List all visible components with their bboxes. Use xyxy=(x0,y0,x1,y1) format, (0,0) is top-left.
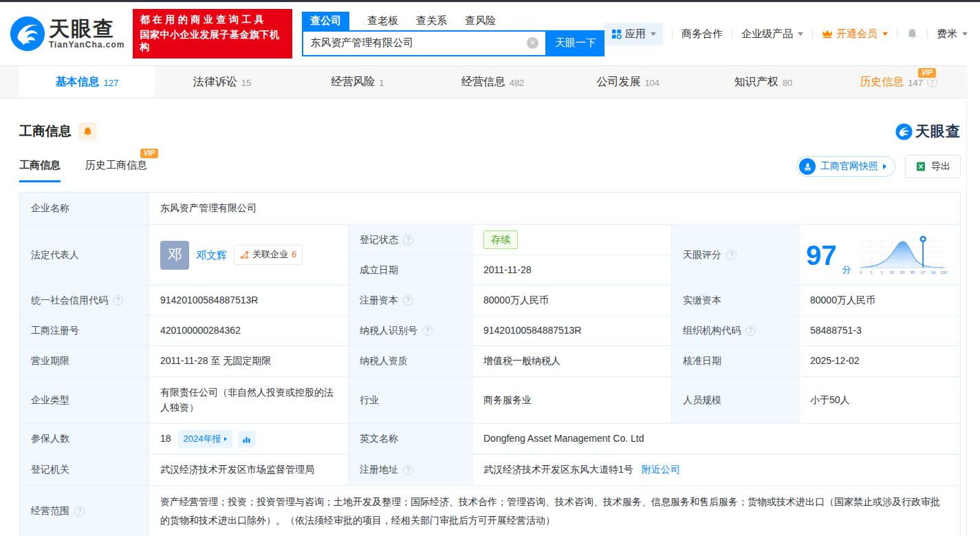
field-label-company-name: 企业名称 xyxy=(20,193,149,224)
field-label-score: 天眼评分? xyxy=(671,224,798,285)
field-label-reg-number: 工商注册号 xyxy=(20,315,149,345)
nearby-companies-link[interactable]: 附近公司 xyxy=(642,462,680,478)
svg-text:85: 85 xyxy=(910,270,915,275)
field-value-approval-date: 2025-12-02 xyxy=(798,345,960,376)
tab-legal-litigation[interactable]: 法律诉讼 15 xyxy=(155,66,290,98)
search-tabs: 查公司 查老板 查关系 查风险 xyxy=(302,12,605,30)
tab-basic-info[interactable]: 基本信息 127 xyxy=(19,66,155,98)
stamp-icon xyxy=(799,158,816,175)
tab-company-development[interactable]: 公司发展 104 xyxy=(560,66,696,98)
field-value-industry: 商务服务业 xyxy=(472,376,671,423)
field-value-establish-date: 2011-11-28 xyxy=(472,255,671,285)
info-icon[interactable]: ? xyxy=(726,250,737,260)
field-label-establish-date: 成立日期 xyxy=(348,255,472,285)
field-label-business-term: 营业期限 xyxy=(20,345,149,376)
section-subrow: 工商信息 VIP历史工商信息 工商官网快照 xyxy=(19,155,961,182)
subtab-business-info[interactable]: 工商信息 xyxy=(19,159,61,182)
network-icon xyxy=(240,250,249,259)
tab-operation-info[interactable]: 经营信息 482 xyxy=(425,66,560,98)
snapshot-label: 工商官网快照 xyxy=(820,160,878,173)
tab-count: 482 xyxy=(510,78,525,88)
tab-count: 80 xyxy=(783,78,792,88)
info-icon[interactable]: ? xyxy=(74,506,85,517)
legal-rep-link[interactable]: 邓文辉 xyxy=(196,247,227,263)
help-icon[interactable]: ? xyxy=(927,77,937,87)
annual-report-badge[interactable]: 2024年报 xyxy=(178,430,232,448)
chevron-down-icon xyxy=(882,32,888,36)
main-tabbar: 基本信息 127 法律诉讼 15 经营风险 1 经营信息 482 公司发展 10… xyxy=(0,65,966,98)
nav-user-menu[interactable]: 费米 xyxy=(937,28,968,41)
score-unit: 分 xyxy=(842,263,851,277)
svg-text:15: 15 xyxy=(889,270,894,275)
field-label-insured-count: 参保人数 xyxy=(20,423,149,454)
clear-icon[interactable]: × xyxy=(527,37,538,49)
info-icon[interactable]: ? xyxy=(422,325,433,336)
nav-open-vip[interactable]: 开通会员 xyxy=(822,28,888,41)
field-value-score: 97 分 xyxy=(798,224,960,285)
field-label-staff-size: 人员规模 xyxy=(671,376,798,423)
monitor-bell-button[interactable] xyxy=(78,122,96,140)
field-value-staff-size: 小于50人 xyxy=(798,376,960,423)
nav-enterprise-label: 企业级产品 xyxy=(741,28,793,41)
field-label-business-scope: 经营范围? xyxy=(20,485,149,536)
nav-apps-label: 应用 xyxy=(625,28,646,41)
tab-label: 历史信息 xyxy=(860,75,904,89)
tab-count: 104 xyxy=(644,78,660,88)
info-icon[interactable]: ? xyxy=(403,465,413,475)
subtabs: 工商信息 VIP历史工商信息 xyxy=(19,159,147,182)
section-header: 工商信息 天眼查 xyxy=(19,122,961,141)
field-label-english-name: 英文名称 xyxy=(348,423,472,454)
chevron-right-icon xyxy=(224,437,227,441)
tab-label: 公司发展 xyxy=(596,75,640,89)
main-content: 工商信息 天眼查 工商信息 VIP历史工商信息 xyxy=(0,122,980,536)
tab-intellectual-property[interactable]: 知识产权 80 xyxy=(696,66,831,98)
export-button[interactable]: 导出 xyxy=(905,155,961,178)
field-label-legal-rep: 法定代表人 xyxy=(20,224,149,285)
field-value-credit-code: 91420100584887513R xyxy=(149,285,348,315)
bell-icon xyxy=(83,127,93,137)
search-tab-risk[interactable]: 查风险 xyxy=(465,12,496,30)
chevron-right-icon xyxy=(883,164,886,169)
info-icon[interactable]: ? xyxy=(745,325,756,336)
subtab-history-business-info[interactable]: VIP历史工商信息 xyxy=(85,159,147,182)
avatar[interactable]: 邓 xyxy=(160,241,189,270)
svg-text:97: 97 xyxy=(920,270,925,275)
site-logo[interactable]: 天眼查 TianYanCha.com xyxy=(10,16,124,52)
vip-crown-icon xyxy=(822,29,833,39)
search-input[interactable] xyxy=(303,37,527,49)
svg-text:0: 0 xyxy=(859,270,862,275)
field-label-paid-capital: 实缴资本 xyxy=(671,285,798,315)
info-icon[interactable]: ? xyxy=(403,235,413,245)
svg-text:1: 1 xyxy=(870,270,873,275)
score-axis-ticks: 0 1 3 15 50 85 97 99 100 xyxy=(859,270,947,275)
field-value-reg-authority: 武汉经济技术开发区市场监督管理局 xyxy=(149,454,348,485)
field-value-business-scope: 资产经营管理；投资；投资管理与咨询；土地开发及整理；国际经济、技术合作；管理咨询… xyxy=(149,485,960,536)
nav-cooperation[interactable]: 商务合作 xyxy=(682,28,723,41)
svg-text:99: 99 xyxy=(930,270,935,275)
nav-enterprise[interactable]: 企业级产品 xyxy=(741,28,803,41)
info-icon[interactable]: ? xyxy=(113,295,123,305)
tab-history-info[interactable]: VIP 历史信息 147 ? xyxy=(831,66,966,98)
field-value-company-name: 东风资产管理有限公司 xyxy=(149,193,960,224)
field-label-reg-authority: 登记机关 xyxy=(20,454,149,485)
official-snapshot-button[interactable]: 工商官网快照 xyxy=(796,156,895,177)
svg-text:3: 3 xyxy=(880,270,883,275)
search-tab-boss[interactable]: 查老板 xyxy=(367,12,398,30)
search-button[interactable]: 天眼一下 xyxy=(547,30,605,56)
field-value-reg-number: 420100000284362 xyxy=(149,315,348,345)
tab-label: 知识产权 xyxy=(734,75,778,89)
tab-operation-risk[interactable]: 经营风险 1 xyxy=(290,66,425,98)
info-icon[interactable]: ? xyxy=(403,295,413,305)
site-header: 天眼查 TianYanCha.com 都在用的商业查询工具 国家中小企业发展子基… xyxy=(0,2,980,65)
svg-text:50: 50 xyxy=(900,270,904,275)
related-companies-badge[interactable]: 关联企业 6 xyxy=(234,245,303,264)
excel-icon xyxy=(915,161,926,172)
insured-trend-button[interactable] xyxy=(238,431,256,447)
divider xyxy=(812,29,813,39)
search-tab-company[interactable]: 查公司 xyxy=(302,12,349,30)
nav-notifications[interactable] xyxy=(906,28,918,40)
field-value-english-name: Dongfeng Asset Management Co. Ltd xyxy=(472,423,960,454)
svg-text:100: 100 xyxy=(940,270,948,275)
nav-apps[interactable]: 应用 xyxy=(605,23,663,45)
search-tab-relation[interactable]: 查关系 xyxy=(416,12,447,30)
